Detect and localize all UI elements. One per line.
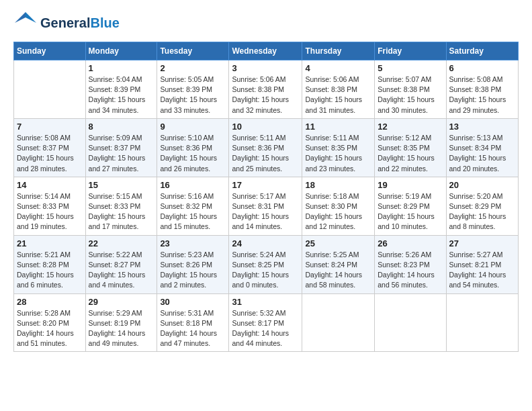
header-tuesday: Tuesday bbox=[157, 42, 229, 60]
day-info: Sunrise: 5:05 AM Sunset: 8:39 PM Dayligh… bbox=[160, 75, 226, 116]
day-number: 17 bbox=[232, 180, 299, 190]
header-monday: Monday bbox=[85, 42, 157, 60]
day-number: 18 bbox=[305, 180, 371, 190]
day-number: 13 bbox=[449, 122, 515, 132]
day-info: Sunrise: 5:25 AM Sunset: 8:24 PM Dayligh… bbox=[305, 250, 371, 291]
calendar-week-1: 1Sunrise: 5:04 AM Sunset: 8:39 PM Daylig… bbox=[14, 60, 519, 119]
calendar-week-2: 7Sunrise: 5:08 AM Sunset: 8:37 PM Daylig… bbox=[14, 118, 519, 177]
day-info: Sunrise: 5:29 AM Sunset: 8:19 PM Dayligh… bbox=[89, 308, 154, 349]
calendar-cell bbox=[14, 60, 86, 119]
day-info: Sunrise: 5:06 AM Sunset: 8:38 PM Dayligh… bbox=[232, 75, 299, 116]
day-number: 19 bbox=[378, 180, 443, 190]
calendar-cell: 28Sunrise: 5:28 AM Sunset: 8:20 PM Dayli… bbox=[14, 293, 86, 352]
day-info: Sunrise: 5:15 AM Sunset: 8:33 PM Dayligh… bbox=[89, 191, 154, 232]
day-info: Sunrise: 5:12 AM Sunset: 8:35 PM Dayligh… bbox=[378, 133, 443, 174]
day-number: 31 bbox=[232, 297, 299, 307]
calendar-cell: 4Sunrise: 5:06 AM Sunset: 8:38 PM Daylig… bbox=[302, 60, 375, 119]
svg-marker-1 bbox=[15, 12, 26, 23]
day-info: Sunrise: 5:18 AM Sunset: 8:30 PM Dayligh… bbox=[305, 191, 371, 232]
day-info: Sunrise: 5:28 AM Sunset: 8:20 PM Dayligh… bbox=[17, 308, 83, 349]
calendar-cell: 14Sunrise: 5:14 AM Sunset: 8:33 PM Dayli… bbox=[14, 177, 86, 235]
day-number: 26 bbox=[378, 238, 443, 248]
day-info: Sunrise: 5:32 AM Sunset: 8:17 PM Dayligh… bbox=[232, 308, 299, 349]
calendar-cell: 15Sunrise: 5:15 AM Sunset: 8:33 PM Dayli… bbox=[85, 177, 157, 235]
day-info: Sunrise: 5:07 AM Sunset: 8:38 PM Dayligh… bbox=[378, 75, 443, 116]
day-number: 25 bbox=[305, 238, 371, 248]
day-number: 30 bbox=[160, 297, 226, 307]
calendar-cell: 30Sunrise: 5:31 AM Sunset: 8:18 PM Dayli… bbox=[157, 293, 229, 352]
day-number: 1 bbox=[89, 63, 154, 73]
calendar-cell: 20Sunrise: 5:20 AM Sunset: 8:29 PM Dayli… bbox=[446, 177, 518, 235]
calendar-cell: 11Sunrise: 5:11 AM Sunset: 8:35 PM Dayli… bbox=[302, 118, 375, 177]
calendar-week-3: 14Sunrise: 5:14 AM Sunset: 8:33 PM Dayli… bbox=[14, 177, 519, 235]
day-info: Sunrise: 5:04 AM Sunset: 8:39 PM Dayligh… bbox=[89, 75, 154, 116]
day-info: Sunrise: 5:11 AM Sunset: 8:36 PM Dayligh… bbox=[232, 133, 299, 174]
logo-icon bbox=[13, 11, 38, 35]
calendar-cell: 7Sunrise: 5:08 AM Sunset: 8:37 PM Daylig… bbox=[14, 118, 86, 177]
day-number: 15 bbox=[89, 180, 154, 190]
day-number: 29 bbox=[89, 297, 154, 307]
calendar-cell: 5Sunrise: 5:07 AM Sunset: 8:38 PM Daylig… bbox=[375, 60, 446, 119]
day-info: Sunrise: 5:31 AM Sunset: 8:18 PM Dayligh… bbox=[160, 308, 226, 349]
day-info: Sunrise: 5:13 AM Sunset: 8:34 PM Dayligh… bbox=[449, 133, 515, 174]
logo-text: GeneralBlue bbox=[40, 15, 120, 31]
day-info: Sunrise: 5:16 AM Sunset: 8:32 PM Dayligh… bbox=[160, 191, 226, 232]
logo-general: General bbox=[40, 15, 90, 30]
day-number: 2 bbox=[160, 63, 226, 73]
calendar-cell: 19Sunrise: 5:19 AM Sunset: 8:29 PM Dayli… bbox=[375, 177, 446, 235]
day-number: 20 bbox=[449, 180, 515, 190]
calendar-week-5: 28Sunrise: 5:28 AM Sunset: 8:20 PM Dayli… bbox=[14, 293, 519, 352]
calendar-cell bbox=[302, 293, 375, 352]
day-info: Sunrise: 5:09 AM Sunset: 8:37 PM Dayligh… bbox=[89, 133, 154, 174]
calendar-cell: 22Sunrise: 5:22 AM Sunset: 8:27 PM Dayli… bbox=[85, 235, 157, 293]
day-info: Sunrise: 5:10 AM Sunset: 8:36 PM Dayligh… bbox=[160, 133, 226, 174]
day-info: Sunrise: 5:08 AM Sunset: 8:38 PM Dayligh… bbox=[449, 75, 515, 116]
header-saturday: Saturday bbox=[446, 42, 518, 60]
calendar-cell: 23Sunrise: 5:23 AM Sunset: 8:26 PM Dayli… bbox=[157, 235, 229, 293]
day-info: Sunrise: 5:19 AM Sunset: 8:29 PM Dayligh… bbox=[378, 191, 443, 232]
calendar-cell: 16Sunrise: 5:16 AM Sunset: 8:32 PM Dayli… bbox=[157, 177, 229, 235]
day-info: Sunrise: 5:21 AM Sunset: 8:28 PM Dayligh… bbox=[17, 250, 83, 291]
day-number: 16 bbox=[160, 180, 226, 190]
calendar-cell: 3Sunrise: 5:06 AM Sunset: 8:38 PM Daylig… bbox=[229, 60, 302, 119]
calendar-cell: 31Sunrise: 5:32 AM Sunset: 8:17 PM Dayli… bbox=[229, 293, 302, 352]
day-number: 11 bbox=[305, 122, 371, 132]
calendar-cell: 24Sunrise: 5:24 AM Sunset: 8:25 PM Dayli… bbox=[229, 235, 302, 293]
day-number: 24 bbox=[232, 238, 299, 248]
header-sunday: Sunday bbox=[14, 42, 86, 60]
calendar-cell: 6Sunrise: 5:08 AM Sunset: 8:38 PM Daylig… bbox=[446, 60, 518, 119]
day-number: 21 bbox=[17, 238, 83, 248]
calendar-cell bbox=[375, 293, 446, 352]
day-number: 23 bbox=[160, 238, 226, 248]
day-number: 8 bbox=[89, 122, 154, 132]
day-info: Sunrise: 5:27 AM Sunset: 8:21 PM Dayligh… bbox=[449, 250, 515, 291]
day-number: 22 bbox=[89, 238, 154, 248]
header-friday: Friday bbox=[375, 42, 446, 60]
calendar-cell: 29Sunrise: 5:29 AM Sunset: 8:19 PM Dayli… bbox=[85, 293, 157, 352]
calendar-cell bbox=[446, 293, 518, 352]
calendar-cell: 17Sunrise: 5:17 AM Sunset: 8:31 PM Dayli… bbox=[229, 177, 302, 235]
calendar-cell: 1Sunrise: 5:04 AM Sunset: 8:39 PM Daylig… bbox=[85, 60, 157, 119]
day-number: 28 bbox=[17, 297, 83, 307]
day-number: 10 bbox=[232, 122, 299, 132]
calendar-cell: 10Sunrise: 5:11 AM Sunset: 8:36 PM Dayli… bbox=[229, 118, 302, 177]
logo: GeneralBlue bbox=[13, 11, 120, 35]
logo-blue: Blue bbox=[90, 15, 119, 30]
day-number: 6 bbox=[449, 63, 515, 73]
calendar-week-4: 21Sunrise: 5:21 AM Sunset: 8:28 PM Dayli… bbox=[14, 235, 519, 293]
day-number: 9 bbox=[160, 122, 226, 132]
day-number: 14 bbox=[17, 180, 83, 190]
day-info: Sunrise: 5:26 AM Sunset: 8:23 PM Dayligh… bbox=[378, 250, 443, 291]
calendar-cell: 12Sunrise: 5:12 AM Sunset: 8:35 PM Dayli… bbox=[375, 118, 446, 177]
day-number: 7 bbox=[17, 122, 83, 132]
calendar-cell: 25Sunrise: 5:25 AM Sunset: 8:24 PM Dayli… bbox=[302, 235, 375, 293]
day-number: 4 bbox=[305, 63, 371, 73]
calendar-cell: 2Sunrise: 5:05 AM Sunset: 8:39 PM Daylig… bbox=[157, 60, 229, 119]
calendar-body: 1Sunrise: 5:04 AM Sunset: 8:39 PM Daylig… bbox=[14, 60, 519, 352]
day-info: Sunrise: 5:11 AM Sunset: 8:35 PM Dayligh… bbox=[305, 133, 371, 174]
calendar-cell: 27Sunrise: 5:27 AM Sunset: 8:21 PM Dayli… bbox=[446, 235, 518, 293]
day-number: 27 bbox=[449, 238, 515, 248]
svg-marker-0 bbox=[26, 12, 36, 23]
page-container: GeneralBlue Sunday Monday Tuesday Wednes… bbox=[0, 0, 532, 363]
header-thursday: Thursday bbox=[302, 42, 375, 60]
